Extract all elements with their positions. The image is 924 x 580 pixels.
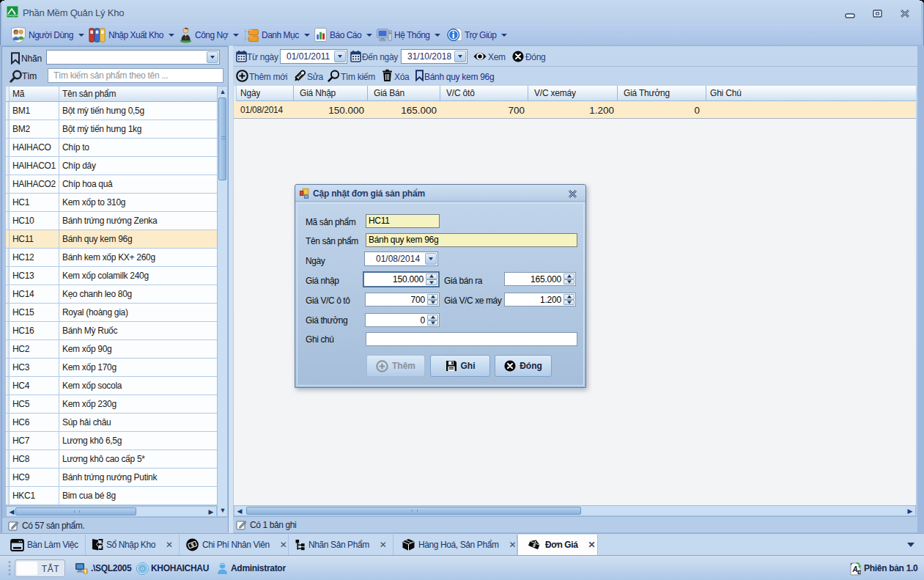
svg-text:A: A [852, 565, 858, 573]
svg-text:TruongSon: TruongSon [7, 14, 18, 17]
